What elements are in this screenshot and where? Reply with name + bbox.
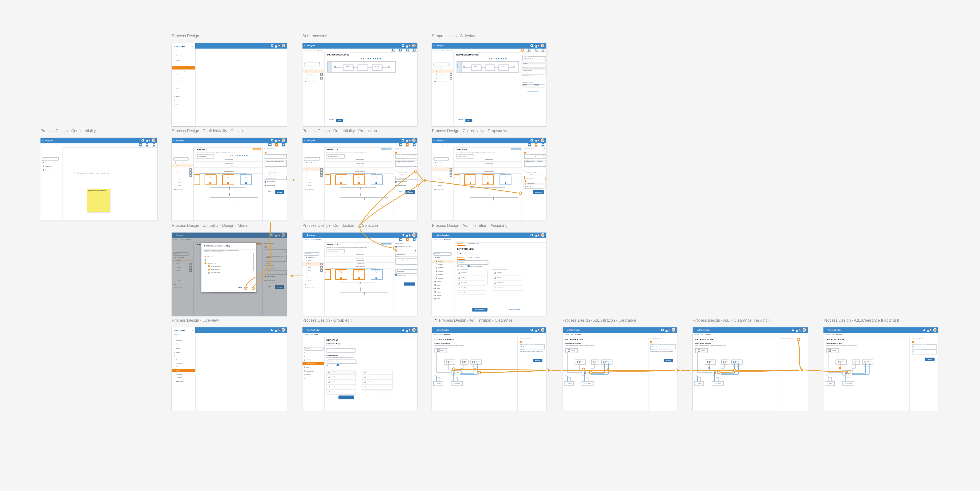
save-button[interactable]: SAVE — [399, 191, 402, 192]
list-item[interactable]: Administrator — [363, 370, 392, 375]
tree-folder-incident-record[interactable]: ⌄Incident Record — [302, 256, 324, 259]
tree-item-version5[interactable]: ⚑Version 5 — [172, 171, 193, 174]
group-row-changemanager[interactable]: ChangeManager — [302, 359, 324, 362]
artboard-label[interactable]: Process Design - Co...entiality - Produc… — [302, 128, 377, 132]
search-icon[interactable] — [402, 328, 404, 331]
option-secondlevelbranch[interactable]: ✓SecondLevelBranch — [524, 179, 545, 182]
clearance-level-field[interactable]: Assign Clearance Level to AssociationTop… — [520, 344, 545, 349]
sidebar-item-service-desk[interactable]: ◠Service Desk⌄ — [172, 339, 195, 342]
branch-card-waitforloop[interactable]: WaitForLoopBr...✎3 — [240, 174, 251, 185]
notifications-icon[interactable] — [409, 45, 411, 46]
check-manager[interactable]: ✓Manager (Mgr2Team) — [207, 268, 220, 271]
search-icon[interactable] — [271, 139, 274, 142]
list-item[interactable]: John Doe — [363, 375, 392, 380]
level-badge[interactable]: 2 — [651, 341, 652, 343]
artboard-label[interactable]: Process Design - Co...duction - 2. Selec… — [302, 223, 378, 227]
artboard-confidentiality-dropdown[interactable]: ≡Designer Dashboard›Designer›Workflows P… — [432, 138, 546, 220]
branch-card-secondlevel[interactable]: SecondLevelBranch✎1 — [335, 269, 347, 280]
tree-item-version4[interactable]: ⚑Version 4 — [302, 174, 324, 177]
sidebar-item-associations[interactable]: Associations — [172, 376, 195, 379]
show-everything-select[interactable]: ◉Show everything⌄ — [456, 154, 474, 158]
apps-grid-icon[interactable] — [146, 140, 146, 141]
tree-folder-software[interactable]: ›Software — [432, 297, 455, 301]
apps-grid-icon[interactable] — [275, 140, 275, 141]
filter-workflow-input[interactable]: Filter Workflow∇ — [433, 157, 449, 161]
description-field[interactable]: DescriptionStandard Group Security appli… — [395, 258, 417, 264]
branch-card-waitforloop[interactable]: WaitForLoopBr...✎3 — [371, 269, 382, 280]
list-item[interactable]: Administrator✓ — [493, 271, 523, 276]
tree-item-createnewworkplace-2[interactable]: CreateNewWorkplace — [302, 73, 324, 77]
artboard-label[interactable]: Process Design - Co...entiality - Dropwd… — [432, 128, 508, 132]
tree-item-anothersubprocess[interactable]: AnotherSubProcess — [432, 77, 453, 80]
option-thirdlevelbranch[interactable]: ✓ThirdLevelBranch — [524, 182, 545, 185]
wf-node[interactable]: Incident Management — [225, 159, 233, 160]
list-item[interactable]: Marven Cato — [457, 276, 486, 281]
add-workflow-button[interactable]: + — [188, 157, 188, 159]
artboard-label[interactable]: Process Design - Ad...istration - Cleara… — [439, 318, 515, 322]
tree-folder-incident-record[interactable]: ⌄Incident Record — [432, 161, 453, 164]
tab-properties[interactable]: PROPERTIES — [398, 238, 403, 242]
tab-data-model[interactable]: DATA MODEL — [527, 48, 531, 52]
menu-icon[interactable]: ≡ — [433, 45, 434, 46]
apps-grid-icon[interactable] — [535, 235, 535, 235]
processes-link[interactable]: Processes — [173, 334, 178, 335]
pencil-icon[interactable]: ✎ — [284, 166, 285, 168]
sidebar-item-news[interactable]: News — [172, 90, 195, 94]
node-hr-request[interactable]: HR Request — [711, 381, 724, 386]
sidebar-item-administrators[interactable]: Administrators — [172, 362, 195, 365]
show-everything-select[interactable]: ◉Show everything⌄ — [196, 154, 214, 158]
group-badge[interactable]: 1 — [264, 151, 266, 153]
clearance-level-field[interactable]: Assign Clearance Level to AssociationTop… — [651, 344, 676, 349]
show-everything-select[interactable]: ◉Show everything⌄ — [326, 249, 345, 253]
sidebar-item-manager[interactable]: ▤Manager⌄ — [172, 346, 195, 350]
artboard-subprocesses-sidesheet[interactable]: ≡Designer Dashboard›Designer›Subprocesse… — [432, 43, 546, 126]
apps-grid-icon[interactable] — [665, 330, 666, 330]
filter-groups-input[interactable]: Filter Groups∇ — [304, 347, 324, 351]
bpmn-task-collect-data[interactable]: User TaskCollect Data — [343, 64, 354, 71]
avatar[interactable] — [412, 44, 416, 48]
node-contact[interactable]: Contact — [711, 370, 722, 375]
menu-icon[interactable]: ≡ — [304, 140, 305, 142]
apps-grid-icon[interactable] — [406, 235, 406, 235]
group-row-administrator[interactable]: Administrator — [302, 351, 324, 354]
tree-folder-change-record[interactable]: ›Change Record — [172, 191, 193, 195]
artboard-clearance-1[interactable]: ≡Administration Dashboard›User›Associati… — [432, 327, 546, 411]
tab-clearance[interactable]: CLEARANCE — [145, 143, 150, 147]
bpmn-task-get-results[interactable]: User TaskGet Results — [372, 64, 383, 71]
apps-grid-icon[interactable] — [275, 330, 275, 330]
artboard-label[interactable]: Process Design - Co...iality - Design - … — [172, 223, 248, 227]
sidebar-item-service-desk[interactable]: ◠Service Desk⌄ — [172, 54, 195, 57]
node-company[interactable]: Company — [565, 348, 578, 353]
artboard-label[interactable]: Process Design - Overview — [172, 318, 219, 322]
diagram-toolbar[interactable] — [489, 58, 507, 59]
artboard-label[interactable]: Process Design - Group edit — [302, 318, 352, 322]
collapse-panel-icon[interactable]: ‹ — [191, 157, 191, 159]
tree-item-version6[interactable]: ⚑Version 6 — [432, 168, 453, 171]
bpmn-start-event[interactable] — [334, 66, 336, 68]
wf-node[interactable]: EvaluationEscalationLevel — [355, 171, 365, 172]
tree-item-createnewworkplace[interactable]: CreateNewWorkplace — [432, 70, 453, 73]
toggle-on[interactable] — [467, 265, 469, 267]
tree-folder-problem-record[interactable]: ›Problem Record — [302, 282, 324, 286]
avatar[interactable] — [933, 328, 937, 332]
add-group-button[interactable]: + — [285, 148, 285, 150]
tree-folder-hardware[interactable]: ›Hardware — [432, 294, 455, 297]
node-incident[interactable]: ⚑Incident — [694, 381, 704, 386]
branch-card-waitforloop[interactable]: WaitForLoopBr...✎3 — [371, 174, 382, 185]
list-item[interactable]: Xavier Marone — [363, 385, 392, 390]
sidebar-item-user[interactable]: ▣User⌃ — [172, 354, 195, 358]
sidebar-item-subprocesses[interactable]: Subprocesses — [172, 66, 195, 69]
option-powershell-navigation[interactable]: Powershell Navigation — [522, 69, 545, 72]
tree-folder-augsburg[interactable]: ›Augsburg — [432, 280, 455, 284]
show-assignments-link[interactable]: ◉ SHOW ASSIGNMENTS — [527, 91, 539, 92]
notifications-icon[interactable] — [538, 140, 539, 141]
node-hr-request[interactable]: HR Request — [842, 381, 854, 386]
save-button[interactable]: SAVE — [269, 191, 271, 192]
option-simple-approval[interactable]: Simple Approval — [522, 72, 545, 74]
show-everything-select[interactable]: ◉Show everything⌄ — [326, 154, 345, 158]
wf-node[interactable]: Incident Management — [356, 253, 364, 254]
tab-integration[interactable]: INTEGRATION — [405, 48, 410, 52]
add-group-button[interactable]: + — [544, 148, 545, 150]
remove-from-group-button[interactable]: ‹ REMOVE FROM GROUP — [378, 397, 390, 397]
sidebar-item-administration[interactable]: ▢Administration⌄ — [172, 380, 195, 383]
